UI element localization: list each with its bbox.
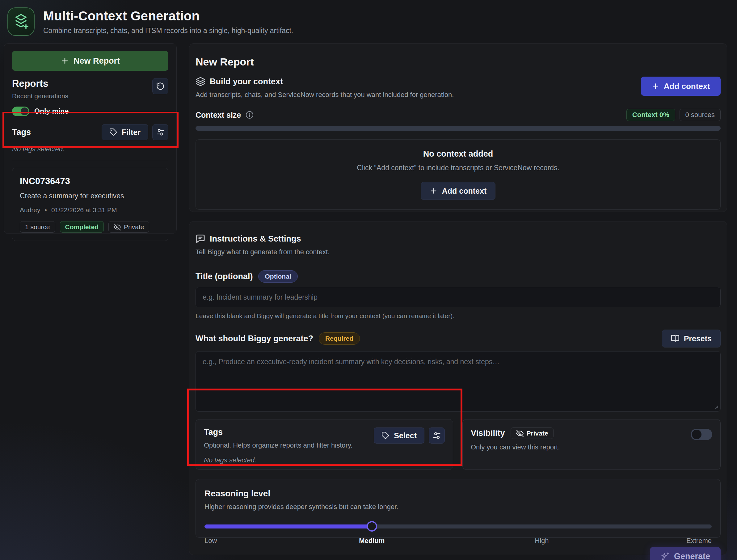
tags-filter-label: Filter <box>122 128 141 137</box>
tags-filter-button[interactable]: Filter <box>102 124 148 140</box>
visibility-toggle[interactable] <box>691 429 712 440</box>
title-input[interactable] <box>196 287 721 307</box>
header-text: Multi-Context Generation Combine transcr… <box>43 9 293 35</box>
plus-icon <box>61 57 69 65</box>
empty-state-subtitle: Click “Add context” to include transcrip… <box>357 164 559 172</box>
only-mine-toggle[interactable] <box>12 107 29 116</box>
report-description: Create a summary for executives <box>20 192 161 200</box>
tags-card: Tags Optional. Helps organize reports an… <box>196 419 453 470</box>
sidebar-tags-empty-text: No tags selected. <box>12 145 168 153</box>
new-report-label: New Report <box>74 56 120 66</box>
report-author: Audrey <box>20 206 40 214</box>
sources-badge: 1 source <box>20 221 55 233</box>
eye-off-icon <box>516 429 524 437</box>
refresh-icon <box>156 82 165 91</box>
report-meta: Audrey • 01/22/2026 at 3:31 PM <box>20 206 161 214</box>
page-subtitle: Combine transcripts, chats, and ITSM rec… <box>43 27 293 35</box>
empty-state-title: No context added <box>423 149 493 159</box>
build-context-title: Build your context <box>210 77 283 86</box>
reasoning-level-card: Reasoning level Higher reasoning provide… <box>196 479 721 538</box>
level-extreme[interactable]: Extreme <box>686 537 712 545</box>
prompt-field-row: What should Biggy generate? Required Pre… <box>196 330 721 347</box>
reports-sidebar: New Report Reports Recent generations On… <box>4 43 177 234</box>
eye-off-icon <box>114 223 121 231</box>
only-mine-label: Only mine <box>34 107 69 116</box>
app-header: Multi-Context Generation Combine transcr… <box>0 0 737 43</box>
build-context-header: Build your context Add transcripts, chat… <box>196 77 721 99</box>
meta-separator: • <box>45 206 47 214</box>
tags-card-empty-text: No tags selected. <box>204 456 445 464</box>
tag-icon <box>109 128 117 136</box>
page-title: Multi-Context Generation <box>43 9 293 23</box>
sources-count-badge: 0 sources <box>680 109 721 121</box>
slider-fill <box>204 524 372 528</box>
status-badge: Completed <box>60 221 104 233</box>
tags-select-button[interactable]: Select <box>374 427 424 444</box>
slider-thumb[interactable] <box>367 521 377 532</box>
instructions-title: Instructions & Settings <box>210 234 301 244</box>
optional-badge: Optional <box>258 270 297 283</box>
main-title: New Report <box>196 56 721 68</box>
sparkles-icon <box>660 552 670 560</box>
app-logo <box>7 7 35 36</box>
refresh-reports-button[interactable] <box>152 78 168 94</box>
level-medium[interactable]: Medium <box>359 537 385 545</box>
sidebar-tags-title: Tags <box>12 128 31 137</box>
reports-subtitle: Recent generations <box>12 92 68 100</box>
report-badges: 1 source Completed Private <box>20 221 161 233</box>
title-helper-text: Leave this blank and Biggy will generate… <box>196 312 721 320</box>
book-open-icon <box>671 334 680 343</box>
note-icon <box>196 234 205 244</box>
tags-settings-button[interactable] <box>152 124 168 140</box>
visibility-card: Visibility Private Only you can view thi… <box>462 419 721 470</box>
reasoning-subtitle: Higher reasoning provides deeper synthes… <box>204 503 712 511</box>
prompt-field-label: What should Biggy generate? <box>196 334 313 343</box>
visibility-title: Visibility <box>471 428 505 438</box>
context-size-label: Context size <box>196 111 241 120</box>
title-field-label: Title (optional) <box>196 272 253 281</box>
title-field-row: Title (optional) Optional <box>196 270 721 283</box>
new-report-panel: New Report Build your context Add transc… <box>189 43 727 212</box>
settings-cards-row: Tags Optional. Helps organize reports an… <box>196 419 721 470</box>
report-card[interactable]: INC0736473 Create a summary for executiv… <box>12 168 168 241</box>
prompt-textarea[interactable] <box>196 351 721 412</box>
layers-plus-icon <box>12 13 30 31</box>
context-percent-badge: Context 0% <box>626 109 675 121</box>
level-high[interactable]: High <box>535 537 549 545</box>
required-badge: Required <box>319 332 360 345</box>
tag-icon <box>381 432 390 440</box>
multi-context-generation-app: Multi-Context Generation Combine transcr… <box>0 0 737 560</box>
level-low[interactable]: Low <box>204 537 217 545</box>
info-icon[interactable] <box>245 111 254 119</box>
reasoning-level-labels: Low Medium High Extreme <box>204 537 712 546</box>
sliders-icon <box>432 431 441 440</box>
new-report-button[interactable]: New Report <box>12 51 168 71</box>
presets-button[interactable]: Presets <box>662 330 721 347</box>
context-size-progressbar <box>196 126 721 131</box>
report-timestamp: 01/22/2026 at 3:31 PM <box>51 206 117 214</box>
generate-button[interactable]: Generate <box>650 547 721 560</box>
visibility-subtitle: Only you can view this report. <box>471 443 712 451</box>
instructions-subtitle: Tell Biggy what to generate from the con… <box>196 248 721 256</box>
resize-grip[interactable] <box>713 403 719 409</box>
reasoning-slider[interactable] <box>204 521 712 531</box>
instructions-settings-panel: Instructions & Settings Tell Biggy what … <box>189 221 727 555</box>
layers-icon <box>196 77 205 86</box>
only-mine-row: Only mine <box>12 107 168 116</box>
plus-icon <box>651 82 659 90</box>
reports-title: Reports <box>12 78 68 89</box>
report-id: INC0736473 <box>20 176 161 186</box>
sliders-icon <box>156 128 165 137</box>
reasoning-title: Reasoning level <box>204 489 712 499</box>
build-context-subtitle: Add transcripts, chats, and ServiceNow r… <box>196 91 454 99</box>
add-context-button-empty[interactable]: Add context <box>421 182 495 200</box>
plus-icon <box>430 187 438 195</box>
reports-header: Reports Recent generations <box>12 78 168 100</box>
add-context-button-top[interactable]: Add context <box>641 77 721 96</box>
tags-card-settings-button[interactable] <box>429 427 445 444</box>
sidebar-tags-section: Tags Filter <box>12 124 168 160</box>
visibility-badge: Private <box>108 221 149 233</box>
private-badge: Private <box>511 427 554 439</box>
context-size-row: Context size Context 0% 0 sources <box>196 109 721 121</box>
instructions-header: Instructions & Settings <box>196 234 721 244</box>
